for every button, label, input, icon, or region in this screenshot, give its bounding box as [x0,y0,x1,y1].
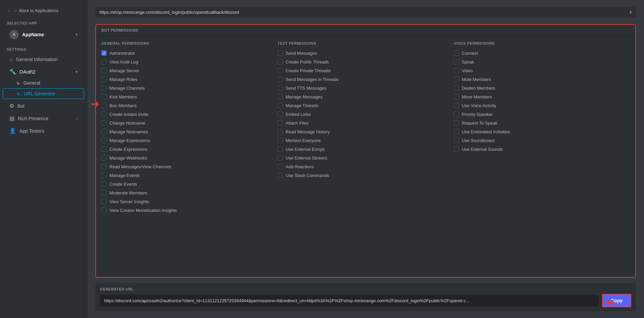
text-perm-checkbox-9[interactable] [278,129,283,134]
sidebar: ← ← Back to Applications SELECTED APP A … [0,0,87,318]
voice-perm-item: Use Soundboard [454,136,630,145]
general-perm-item: View Audit Log [101,57,278,66]
general-perm-checkbox-3[interactable] [101,77,107,82]
oauth2-chevron-icon: ▾ [76,70,78,74]
sidebar-item-url-generator[interactable]: ↳ URL Generator [3,88,84,99]
text-perm-label-12: Use External Stickers [286,155,327,161]
text-perm-label-2: Create Private Threads [286,68,331,73]
voice-perm-checkbox-2[interactable] [454,68,459,73]
text-perm-item: Embed Links [278,110,454,119]
voice-perm-checkbox-1[interactable] [454,59,459,64]
voice-perm-item: Mute Members [454,75,630,84]
voice-perm-label-1: Speak [462,59,474,64]
voice-perm-item: Use Voice Activity [454,101,630,110]
general-perm-checkbox-17[interactable] [101,199,107,204]
general-permissions-column: GENERAL PERMISSIONS AdministratorView Au… [101,41,278,215]
general-permissions-label: GENERAL PERMISSIONS [101,41,278,45]
general-perm-checkbox-7[interactable] [101,111,107,117]
general-perm-checkbox-4[interactable] [101,85,107,91]
text-perm-checkbox-11[interactable] [278,146,283,152]
voice-perm-checkbox-8[interactable] [454,120,459,126]
back-link[interactable]: ← ← Back to Applications [0,5,87,16]
voice-perm-label-3: Mute Members [462,77,491,82]
text-perm-item: Mention Everyone [278,136,454,145]
sidebar-item-oauth2[interactable]: 🔧 OAuth2 ▾ [3,66,84,78]
general-perm-checkbox-15[interactable] [101,181,107,187]
text-perm-checkbox-7[interactable] [278,111,283,117]
general-perm-checkbox-13[interactable] [101,164,107,169]
general-perm-item: Manage Expressions [101,136,278,145]
voice-perm-item: Request To Speak [454,119,630,127]
general-perm-label-9: Manage Nicknames [109,129,148,134]
general-perm-checkbox-6[interactable] [101,103,107,108]
voice-perm-checkbox-11[interactable] [454,146,459,152]
text-perm-item: Use External Stickers [278,153,454,162]
general-perm-checkbox-9[interactable] [101,129,107,134]
bot-icon: ⚙ [9,103,14,109]
voice-perm-item: Use External Sounds [454,145,630,153]
general-perm-checkbox-11[interactable] [101,146,107,152]
general-perm-item: Manage Nicknames [101,127,278,136]
text-perm-checkbox-5[interactable] [278,94,283,99]
voice-perm-checkbox-3[interactable] [454,77,459,82]
voice-perm-checkbox-5[interactable] [454,94,459,99]
general-perm-label-7: Create Instant Invite [109,112,148,117]
bot-permissions-header: BOT PERMISSIONS [96,25,635,36]
sidebar-item-app-testers[interactable]: 👤 App Testers [3,125,84,137]
text-perm-checkbox-1[interactable] [278,59,283,64]
general-perm-item: Manage Webhooks [101,153,278,162]
sidebar-item-bot[interactable]: ⚙ Bot [3,100,84,112]
text-perm-checkbox-6[interactable] [278,103,283,108]
text-perm-item: Send Messages in Threads [278,75,454,84]
text-perm-label-5: Manage Messages [286,94,323,99]
permissions-panel: BOT PERMISSIONS GENERAL PERMISSIONS Admi… [95,24,636,278]
voice-perm-checkbox-10[interactable] [454,138,459,143]
general-perm-checkbox-16[interactable] [101,190,107,195]
voice-perm-checkbox-0[interactable] [454,50,459,56]
voice-perm-checkbox-6[interactable] [454,103,459,108]
text-perm-checkbox-8[interactable] [278,120,283,126]
voice-perm-checkbox-4[interactable] [454,85,459,91]
sidebar-item-oauth2-general[interactable]: ↳ General [3,78,84,88]
text-permissions-label: TEXT PERMISSIONS [278,41,454,45]
general-perm-label-4: Manage Channels [109,86,145,91]
text-perm-checkbox-12[interactable] [278,155,283,161]
general-perm-checkbox-14[interactable] [101,173,107,178]
general-perm-checkbox-0[interactable] [101,50,107,56]
text-perm-checkbox-4[interactable] [278,85,283,91]
voice-perm-item: Use Embedded Activities [454,127,630,136]
copy-button[interactable]: Copy [602,294,631,307]
general-perm-label-16: Moderate Members [109,190,147,195]
general-perm-checkbox-5[interactable] [101,94,107,99]
general-perm-item: Manage Roles [101,75,278,84]
general-perm-item: Kick Members [101,92,278,101]
text-perm-checkbox-3[interactable] [278,77,283,82]
general-perm-checkbox-12[interactable] [101,155,107,161]
voice-perm-checkbox-9[interactable] [454,129,459,134]
text-perm-checkbox-0[interactable] [278,50,283,56]
voice-perm-label-4: Deafen Members [462,86,495,91]
sidebar-item-general-information[interactable]: ⌂ General Information [3,54,84,65]
text-perm-label-0: Send Messages [286,51,317,56]
text-perm-label-1: Create Public Threads [286,59,329,64]
general-perm-label-3: Manage Roles [109,77,138,82]
general-perm-checkbox-1[interactable] [101,59,107,64]
general-perm-checkbox-18[interactable] [101,208,107,213]
general-perm-checkbox-2[interactable] [101,68,107,73]
general-perm-checkbox-8[interactable] [101,120,107,126]
text-perm-checkbox-14[interactable] [278,173,283,178]
general-perm-label-1: View Audit Log [109,59,138,64]
text-perm-checkbox-2[interactable] [278,68,283,73]
text-perm-label-13: Add Reactions [286,164,314,169]
text-perm-checkbox-10[interactable] [278,138,283,143]
voice-perm-label-7: Priority Speaker [462,112,493,117]
general-perm-checkbox-10[interactable] [101,138,107,143]
oauth2-label: OAuth2 [19,69,35,75]
text-perm-item: Attach Files [278,119,454,127]
app-selector[interactable]: A AppName ▾ [3,27,84,42]
text-perm-checkbox-13[interactable] [278,164,283,169]
sidebar-item-rich-presence[interactable]: ▤ Rich Presence › [3,112,84,124]
general-perm-label-0: Administrator [109,51,135,56]
voice-perm-checkbox-7[interactable] [454,111,459,117]
voice-perm-label-6: Use Voice Activity [462,103,496,108]
